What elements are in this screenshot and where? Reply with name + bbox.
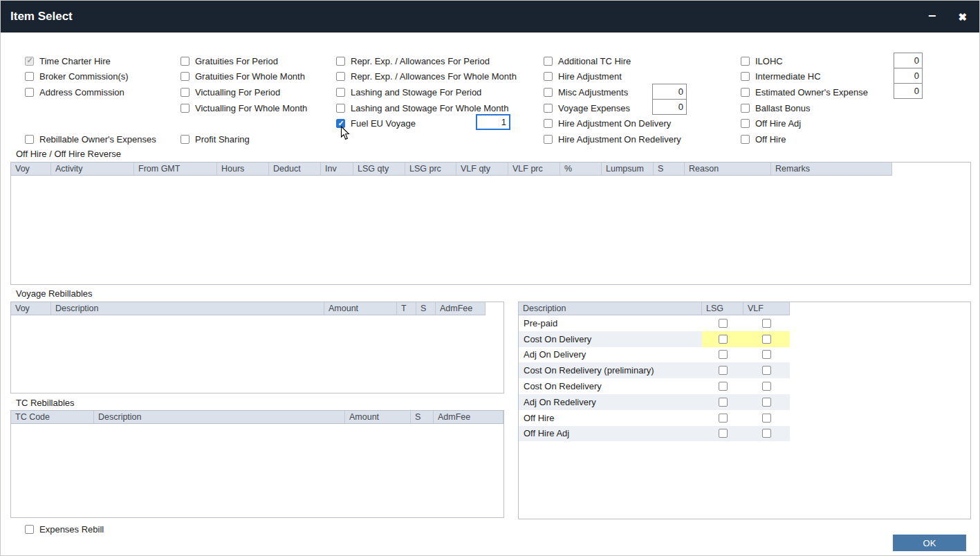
- tc-rebillables-col-description: Description: [94, 411, 345, 424]
- estimated-owners-expense-label: Estimated Owner's Expense: [755, 87, 868, 98]
- cost-row-adj-on-delivery[interactable]: Adj On Delivery: [519, 347, 790, 363]
- cost-on-redelivery-vlf-checkbox[interactable]: [762, 382, 771, 391]
- pre-paid-vlf-checkbox[interactable]: [762, 319, 771, 328]
- voyage-expenses-input[interactable]: [652, 99, 687, 115]
- cost-row-off-hire-adj[interactable]: Off Hire Adj: [519, 426, 790, 442]
- victualling-for-period-option: Victualling For Period: [181, 84, 307, 100]
- address-commission-option: Address Commission: [25, 84, 156, 100]
- estimated-owners-expense-checkbox[interactable]: [741, 88, 750, 97]
- gratuities-for-whole-month-label: Gratuities For Whole Month: [195, 71, 305, 82]
- expenses-rebill-checkbox[interactable]: [25, 525, 34, 534]
- minimize-icon[interactable]: –: [928, 8, 936, 21]
- fuel-eu-voyage-checkbox[interactable]: [336, 119, 345, 128]
- voyage-rebillables-header-filler: [486, 302, 503, 315]
- ok-button[interactable]: OK: [893, 535, 966, 551]
- victualling-for-period-checkbox[interactable]: [181, 88, 189, 97]
- lashing-and-stowage-for-period-checkbox[interactable]: [336, 88, 345, 97]
- time-charter-hire-option: Time Charter Hire: [25, 53, 156, 69]
- misc-adjustments-checkbox[interactable]: [544, 88, 553, 97]
- off-hire-col-deduct: Deduct: [269, 163, 321, 176]
- intermediate-hc-checkbox[interactable]: [741, 72, 750, 81]
- intermediate-hc-option: Intermediate HC: [741, 69, 868, 85]
- voyage-rebillables-col-voy: Voy: [11, 302, 51, 315]
- expenses-rebill-option: Expenses Rebill: [25, 521, 104, 537]
- off-hire-adj-checkbox[interactable]: [741, 119, 750, 128]
- off-hire-col-lsg-prc: LSG prc: [405, 163, 456, 176]
- hire-adjustment-checkbox[interactable]: [544, 72, 553, 81]
- off-hire-adj-vlf-checkbox[interactable]: [762, 429, 771, 438]
- hire-adjustment-on-delivery-label: Hire Adjustment On Delivery: [558, 118, 671, 129]
- repr-exp-allowances-for-period-label: Repr. Exp. / Allowances For Period: [351, 56, 490, 66]
- cost-row-cost-on-redelivery-preliminary[interactable]: Cost On Redelivery (preliminary): [519, 362, 790, 378]
- cost-on-delivery-vlf-checkbox[interactable]: [762, 335, 771, 344]
- misc-adjustments-input[interactable]: [652, 84, 687, 100]
- cost-row-cost-on-delivery[interactable]: Cost On Delivery: [519, 331, 790, 347]
- fuel-eu-voyage-label: Fuel EU Voyage: [351, 118, 416, 129]
- time-charter-hire-checkbox: [25, 57, 34, 66]
- cost-option-label: Cost On Redelivery: [519, 378, 702, 394]
- cost-option-label: Off Hire Adj: [519, 426, 702, 442]
- voyage-expenses-checkbox[interactable]: [544, 104, 553, 113]
- rebillable-owners-expenses-checkbox[interactable]: [25, 135, 34, 144]
- voyage-expenses-label: Voyage Expenses: [558, 103, 630, 113]
- cost-on-delivery-lsg-checkbox[interactable]: [719, 335, 728, 344]
- gratuities-for-period-checkbox[interactable]: [181, 57, 189, 66]
- ballast-bonus-checkbox[interactable]: [741, 104, 750, 113]
- off-hire-lsg-checkbox[interactable]: [719, 414, 728, 423]
- cost-row-off-hire[interactable]: Off Hire: [519, 410, 790, 426]
- cost-option-label: Cost On Delivery: [519, 331, 702, 347]
- adj-on-redelivery-vlf-checkbox[interactable]: [762, 398, 771, 407]
- checkbox-column-2: Gratuities For Period Gratuities For Who…: [181, 53, 307, 147]
- estimated-owners-expense-option: Estimated Owner's Expense: [741, 84, 868, 100]
- ilohc-checkbox[interactable]: [741, 57, 750, 66]
- gratuities-for-whole-month-checkbox[interactable]: [181, 72, 189, 81]
- lashing-and-stowage-for-whole-month-checkbox[interactable]: [336, 104, 345, 113]
- ilohc-input[interactable]: [894, 53, 923, 68]
- cost-row-adj-on-redelivery[interactable]: Adj On Redelivery: [519, 394, 790, 410]
- estimated-owners-expense-input[interactable]: [894, 83, 923, 99]
- off-hire-checkbox[interactable]: [741, 135, 750, 144]
- off-hire-col-hours: Hours: [217, 163, 269, 176]
- close-icon[interactable]: ✖: [958, 12, 967, 22]
- hire-adjustment-on-redelivery-checkbox[interactable]: [544, 135, 553, 144]
- off-hire-vlf-checkbox[interactable]: [762, 414, 771, 423]
- repr-exp-allowances-for-whole-month-checkbox[interactable]: [336, 72, 345, 81]
- tc-rebillables-table-header: TC Code Description Amount S AdmFee: [11, 411, 503, 424]
- cost-row-cost-on-redelivery[interactable]: Cost On Redelivery: [519, 378, 790, 394]
- repr-exp-allowances-for-period-checkbox[interactable]: [336, 57, 345, 66]
- profit-sharing-checkbox[interactable]: [181, 135, 189, 144]
- hire-adjustment-on-delivery-checkbox[interactable]: [544, 119, 553, 128]
- intermediate-hc-input[interactable]: [894, 68, 923, 84]
- broker-commissions-option: Broker Commission(s): [25, 69, 156, 85]
- time-charter-hire-label: Time Charter Hire: [39, 56, 111, 66]
- additional-tc-hire-label: Additional TC Hire: [558, 56, 631, 66]
- address-commission-checkbox[interactable]: [25, 88, 34, 97]
- cost-option-label: Off Hire: [519, 410, 702, 426]
- cost-options-rows: Pre-paid Cost On Delivery Adj On Deliver…: [519, 315, 790, 441]
- off-hire-header-filler: [892, 163, 970, 176]
- adj-on-delivery-vlf-checkbox[interactable]: [762, 350, 771, 359]
- cost-options-header-filler: [790, 302, 970, 315]
- fuel-eu-voyage-input[interactable]: [476, 114, 510, 130]
- cost-on-redelivery-preliminary-lsg-checkbox[interactable]: [719, 366, 728, 375]
- dialog-title: Item Select: [10, 10, 73, 24]
- rebillable-owners-expenses-option: Rebillable Owner's Expenses: [25, 131, 156, 147]
- cost-row-pre-paid[interactable]: Pre-paid: [519, 315, 790, 331]
- off-hire-col-activity: Activity: [51, 163, 134, 176]
- off-hire-adj-lsg-checkbox[interactable]: [719, 429, 728, 438]
- broker-commissions-checkbox[interactable]: [25, 72, 34, 81]
- adj-on-delivery-lsg-checkbox[interactable]: [719, 350, 728, 359]
- pre-paid-lsg-checkbox[interactable]: [719, 319, 728, 328]
- cost-option-label: Adj On Redelivery: [519, 394, 702, 410]
- cost-on-redelivery-preliminary-vlf-checkbox[interactable]: [762, 366, 771, 375]
- cost-option-label: Cost On Redelivery (preliminary): [519, 362, 702, 378]
- gratuities-for-period-label: Gratuities For Period: [195, 56, 278, 66]
- adj-on-redelivery-lsg-checkbox[interactable]: [719, 398, 728, 407]
- off-hire-section-title: Off Hire / Off Hire Reverse: [16, 149, 121, 159]
- victualling-for-whole-month-checkbox[interactable]: [181, 104, 189, 113]
- additional-tc-hire-option: Additional TC Hire: [544, 53, 681, 69]
- window-controls: – ✖: [928, 12, 967, 22]
- additional-tc-hire-checkbox[interactable]: [544, 57, 553, 66]
- cost-on-redelivery-lsg-checkbox[interactable]: [719, 382, 728, 391]
- tc-rebillables-col-tc-code: TC Code: [11, 411, 94, 424]
